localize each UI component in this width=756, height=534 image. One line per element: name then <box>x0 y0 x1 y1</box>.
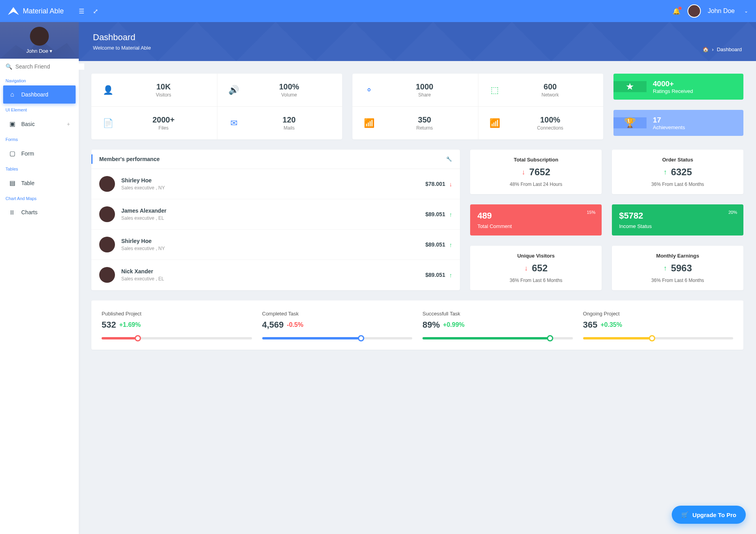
fill-card-green: 20%$5782Income Status <box>612 204 743 235</box>
sidebar-category: Forms <box>0 133 79 144</box>
stat-cell: 👤10KVisitors <box>91 74 217 107</box>
sidebar-item-charts[interactable]: ⫼Charts <box>3 203 76 221</box>
kpi-card: Unique Visitors↓65236% From Last 6 Month… <box>470 246 602 290</box>
menu-toggle-icon[interactable]: ☰ <box>79 7 84 15</box>
kpi-value: 5963 <box>671 263 692 274</box>
stat-cell: 🔊100%Volume <box>217 74 343 107</box>
project-change: -0.5% <box>287 321 304 328</box>
progress-thumb[interactable] <box>358 335 364 341</box>
kpi-desc: 48% From Last 24 Hours <box>475 182 597 187</box>
share-icon: ⚬ <box>359 85 378 95</box>
member-role: Sales executive , NY <box>121 185 165 191</box>
sidebar-item-label: Charts <box>21 209 37 215</box>
performance-row[interactable]: Nick XanderSales executive , EL$89.051↑ <box>91 260 460 290</box>
chevron-down-icon[interactable]: ⌄ <box>744 8 748 14</box>
page-header: Dashboard Welcome to Material Able 🏠 › D… <box>79 22 756 61</box>
stat-label: Files <box>117 125 210 131</box>
progress-thumb[interactable] <box>135 335 141 341</box>
search-icon: 🔍 <box>6 63 12 70</box>
user-name[interactable]: John Doe <box>708 7 735 15</box>
sidebar-item-form[interactable]: ▢Form <box>3 144 76 163</box>
sidebar-item-label: Form <box>21 150 34 157</box>
progress-track[interactable] <box>583 337 734 339</box>
kpi-value: 652 <box>532 263 548 274</box>
ribbon-label: Ratings Received <box>653 88 693 94</box>
stat-value: 350 <box>378 115 471 124</box>
project-value: 532 <box>102 320 116 330</box>
sidebar-user-name: John Doe <box>26 48 48 54</box>
project-value: 89% <box>422 320 440 330</box>
stat-value: 2000+ <box>117 115 210 124</box>
project-value: 365 <box>583 320 598 330</box>
upgrade-fab-button[interactable]: 🛒 Upgrade To Pro <box>672 506 746 524</box>
stat-label: Returns <box>378 125 471 131</box>
member-value: $89.051 <box>425 272 445 278</box>
sidebar-item-icon: ⌂ <box>9 91 16 98</box>
ribbon-blue: 🏆17Achievements <box>613 110 743 136</box>
ribbon-value: 17 <box>653 116 685 124</box>
progress-track[interactable] <box>262 337 413 339</box>
stat-label: Mails <box>243 125 335 131</box>
member-value: $78.001 <box>425 181 445 187</box>
stat-value: 600 <box>504 82 597 91</box>
logo[interactable]: Material Able <box>8 7 79 15</box>
kpi-desc: 36% From Last 6 Months <box>475 278 597 283</box>
member-role: Sales executive , EL <box>121 215 167 221</box>
fill-value: 489 <box>477 211 595 221</box>
kpi-title: Order Status <box>617 157 739 163</box>
progress-thumb[interactable] <box>649 335 655 341</box>
project-title: Completed Task <box>262 311 413 317</box>
fill-value: $5782 <box>619 211 736 221</box>
trend-up-icon: ↑ <box>449 211 452 218</box>
performance-row[interactable]: James AlexanderSales executive , EL$89.0… <box>91 199 460 230</box>
breadcrumb[interactable]: 🏠 › Dashboard <box>702 46 742 52</box>
stat-cell: ⬚600Network <box>478 74 604 107</box>
project-change: +1.69% <box>119 321 141 328</box>
stat-cell: 📶350Returns <box>352 107 478 139</box>
sidebar-item-label: Table <box>21 180 34 186</box>
performance-row[interactable]: Shirley HoeSales executive , NY$78.001↓ <box>91 169 460 199</box>
cart-icon: 🛒 <box>681 511 689 518</box>
sidebar-item-icon: ▤ <box>9 179 16 187</box>
top-navbar: Material Able ☰ ⤢ 🔔 John Doe ⌄ <box>0 0 756 22</box>
projects-card: Published Project532+1.69%Completed Task… <box>91 300 743 350</box>
kpi-desc: 36% From Last 6 Months <box>617 278 739 283</box>
member-avatar <box>99 206 115 222</box>
page-title: Dashboard <box>93 32 742 43</box>
logo-icon <box>8 7 19 15</box>
sidebar-item-basic[interactable]: ▣Basic+ <box>3 115 76 133</box>
stat-cell: ⚬1000Share <box>352 74 478 107</box>
progress-track[interactable] <box>422 337 573 339</box>
progress-thumb[interactable] <box>547 335 553 341</box>
member-role: Sales executive , EL <box>121 276 164 282</box>
kpi-card: Total Subscription↓765248% From Last 24 … <box>470 150 602 194</box>
fill-percent: 20% <box>728 210 737 215</box>
ribbon-green: ★4000+Ratings Received <box>613 74 743 100</box>
stat-cell: 📶100%Connections <box>478 107 604 139</box>
fullscreen-icon[interactable]: ⤢ <box>93 7 98 15</box>
trend-up-icon: ↑ <box>449 241 452 248</box>
sidebar-item-dashboard[interactable]: ⌂Dashboard <box>3 85 76 104</box>
sidebar-search[interactable]: 🔍 <box>0 59 79 74</box>
sidebar-category: Tables <box>0 163 79 174</box>
performance-row[interactable]: Shirley HoeSales executive , NY$89.051↑ <box>91 230 460 260</box>
project-title: Ongoing Project <box>583 311 734 317</box>
sidebar-profile[interactable]: John Doe ▾ <box>0 22 79 59</box>
kpi-title: Total Subscription <box>475 157 597 163</box>
progress-track[interactable] <box>102 337 252 339</box>
user-avatar[interactable] <box>687 4 701 18</box>
sidebar-item-icon: ▢ <box>9 150 16 157</box>
wifi-icon: 📶 <box>485 118 504 128</box>
fill-percent: 15% <box>587 210 595 215</box>
notification-bell-icon[interactable]: 🔔 <box>673 7 680 15</box>
member-value: $89.051 <box>425 211 445 217</box>
member-name: Nick Xander <box>121 268 164 274</box>
sidebar-item-table[interactable]: ▤Table <box>3 174 76 192</box>
kpi-title: Unique Visitors <box>475 253 597 259</box>
sidebar-item-icon: ⫼ <box>9 209 16 216</box>
stat-value: 100% <box>243 82 335 91</box>
home-icon[interactable]: 🏠 <box>702 46 709 52</box>
wrench-icon[interactable]: 🔧 <box>446 156 452 162</box>
search-input[interactable] <box>15 63 84 70</box>
member-value: $89.051 <box>425 241 445 248</box>
